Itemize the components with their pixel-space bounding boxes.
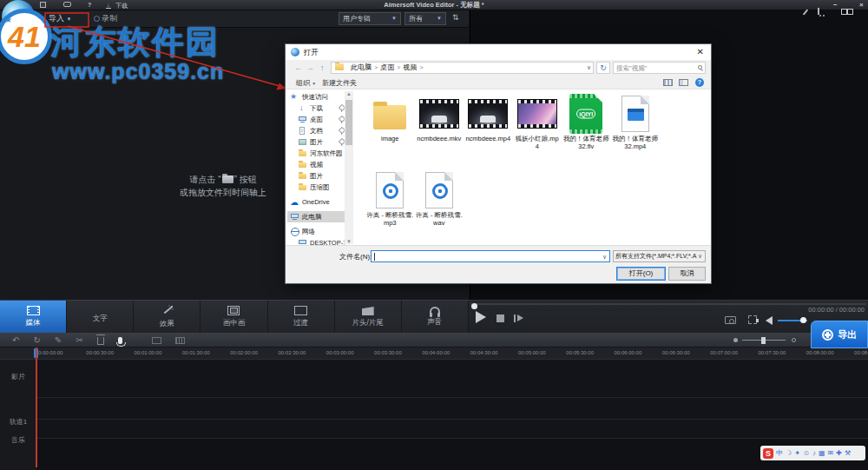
minimize-button[interactable]: − (833, 2, 838, 9)
sidebar-item-3[interactable]: 文档 (287, 125, 345, 136)
back-icon[interactable]: ← (294, 63, 302, 72)
tab-3[interactable]: 效果 (134, 301, 201, 334)
dialog-title: 打开 (304, 48, 319, 58)
dialog-help-icon[interactable]: ? (695, 78, 704, 87)
tab-7[interactable]: 声音 (402, 301, 469, 334)
onedrive-icon (290, 197, 299, 207)
sidebar-item-0[interactable]: 快速访问 (287, 91, 345, 103)
step-forward-button[interactable] (514, 314, 516, 322)
voice-icon[interactable]: ♪ (812, 447, 816, 460)
breadcrumb-item[interactable]: 此电脑 (349, 63, 373, 71)
dialog-close-button[interactable]: ✕ (697, 47, 704, 56)
tab-4[interactable]: 画中画 (201, 301, 267, 334)
export-button[interactable]: 导出 (811, 321, 868, 348)
stop-button[interactable] (496, 314, 504, 322)
snapshot-icon[interactable] (725, 316, 736, 324)
seek-bar[interactable] (470, 303, 866, 305)
keyboard-icon[interactable]: ▦ (819, 447, 825, 460)
effects-icon[interactable]: ✦ (794, 447, 800, 460)
undo-icon[interactable]: ↶ (12, 334, 19, 347)
sidebar-item-7[interactable]: 图片 (287, 170, 345, 182)
volume-icon[interactable] (766, 316, 773, 325)
breadcrumb-item[interactable]: 桌面 (378, 63, 396, 71)
organize-dropdown[interactable]: 组织 ▼ (296, 78, 316, 88)
overlay-track-row[interactable] (0, 398, 868, 420)
sidebar-item-1[interactable]: 下载 (287, 103, 345, 114)
playhead-line[interactable] (36, 348, 37, 467)
chevron-down-icon[interactable]: ∨ (602, 254, 607, 261)
sidebar-item-2[interactable]: 桌面 (287, 114, 345, 125)
volume-slider-handle[interactable] (800, 317, 806, 323)
settings-icon[interactable]: ⚒ (845, 447, 851, 460)
zoom-out-button[interactable] (733, 338, 738, 342)
album-dropdown[interactable]: 用户专辑▼ (339, 12, 401, 25)
emoji-icon[interactable]: ☺ (803, 447, 810, 460)
close-button[interactable]: × (859, 2, 864, 9)
file-item-0[interactable]: image (365, 91, 415, 168)
breadcrumb[interactable]: 此电脑>桌面>视频> ∨ (331, 62, 594, 74)
forward-icon[interactable]: → (306, 63, 314, 72)
scrollbar-thumb[interactable] (345, 100, 352, 145)
file-item-7[interactable]: 许嵩 - 断桥残雪.wav (415, 168, 464, 244)
sidebar-item-9[interactable]: OneDrive (287, 196, 345, 208)
skin-icon[interactable]: ✚ (836, 447, 842, 460)
timeline-ruler[interactable]: 0:00:00:0000:00:30:0000:01:00:0000:01:30… (0, 348, 868, 360)
new-folder-button[interactable]: 新建文件夹 (322, 78, 357, 88)
type-filter-dropdown[interactable]: 所有▼ (404, 12, 446, 25)
preview-pane-icon[interactable] (679, 79, 688, 86)
sidebar-scrollbar[interactable]: ▲ ▼ (345, 91, 353, 244)
audio-doc-icon (376, 172, 404, 209)
sidebar-item-11[interactable]: 网络 (287, 226, 345, 237)
video-track-row[interactable] (0, 360, 868, 398)
tab-5[interactable]: 过渡 (268, 301, 335, 334)
sort-icon[interactable]: ⇅ (452, 13, 459, 22)
play-button[interactable] (476, 311, 486, 323)
breadcrumb-item[interactable]: 视频 (401, 63, 418, 71)
sidebar-item-6[interactable]: 视频 (287, 159, 345, 170)
tab-1[interactable]: 媒体 (0, 301, 67, 334)
thumbnail-image (518, 103, 556, 124)
sogou-logo-icon[interactable]: S (763, 448, 773, 459)
sidebar-item-10[interactable]: 此电脑 (287, 211, 345, 222)
file-icon (425, 169, 453, 211)
redo-icon[interactable]: ↻ (33, 334, 40, 347)
tab-6[interactable]: 片头/片尾 (335, 301, 402, 334)
file-name: ncmbdeee.mp4 (465, 135, 510, 142)
file-item-2[interactable]: ncmbdeee.mp4 (464, 91, 513, 168)
view-mode-icon[interactable] (663, 79, 673, 86)
scroll-down-icon[interactable]: ▼ (345, 239, 353, 244)
cancel-button[interactable]: 取消 (668, 267, 706, 281)
edit-icon[interactable]: ✎ (55, 334, 62, 347)
split-icon[interactable]: ✂ (76, 334, 82, 347)
filename-input[interactable]: ∨ (371, 250, 610, 262)
sidebar-item-8[interactable]: 压缩图 (287, 182, 345, 193)
filetype-dropdown[interactable]: 所有支持文件(*.MP4;*.FLV;*.A ∨ (613, 250, 706, 262)
file-item-6[interactable]: 许嵩 - 断桥残雪.mp3 (365, 168, 415, 244)
scene-icon[interactable] (175, 337, 185, 344)
search-box[interactable]: 搜索"视频" (613, 62, 706, 74)
file-grid: imagencmbdeee.mkvncmbdeee.mp4狐妖小红娘.mp4我的… (365, 91, 707, 247)
zoom-slider-handle[interactable] (761, 337, 766, 344)
sidebar-item-4[interactable]: 图片 (287, 136, 345, 148)
file-item-3[interactable]: 狐妖小红娘.mp4 (513, 91, 562, 168)
scroll-up-icon[interactable]: ▲ (345, 91, 353, 96)
chevron-down-icon[interactable]: ∨ (587, 63, 591, 73)
refresh-icon[interactable]: ↻ (596, 62, 610, 74)
tab-2[interactable]: 文字 (67, 301, 134, 334)
music-track-row[interactable] (0, 420, 868, 439)
clipboard-icon[interactable]: ✉ (828, 447, 834, 460)
file-item-5[interactable]: 我的！体育老师 32.mp4 (611, 91, 661, 168)
store-icon[interactable] (818, 8, 819, 15)
file-item-1[interactable]: ncmbdeee.mkv (415, 91, 464, 168)
mic-icon[interactable] (118, 337, 122, 344)
night-mode-icon[interactable]: ☽ (786, 447, 792, 460)
chinese-mode-icon[interactable]: 中 (776, 447, 783, 460)
zoom-in-button[interactable] (792, 338, 796, 342)
delete-icon[interactable] (97, 337, 104, 345)
seek-handle[interactable] (471, 303, 477, 309)
open-button[interactable]: 打开(O) (616, 267, 666, 281)
sidebar-item-5[interactable]: 河东软件园 (287, 148, 345, 159)
snapshot-icon[interactable] (152, 337, 161, 344)
up-icon[interactable]: ↑ (320, 63, 325, 72)
file-item-4[interactable]: 我的！体育老师 32.flv (562, 91, 611, 168)
